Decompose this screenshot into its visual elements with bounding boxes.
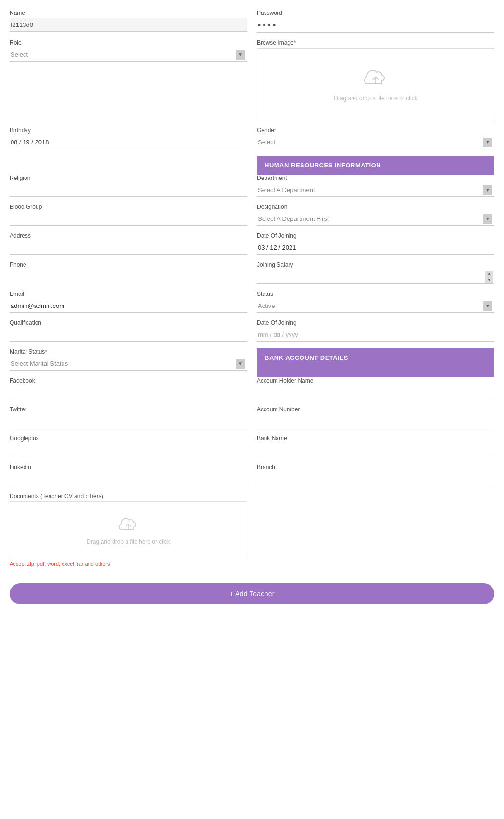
gender-field: Gender Select ▼ <box>257 127 494 149</box>
googleplus-field: Googleplus <box>10 435 247 457</box>
department-label: Department <box>257 175 494 181</box>
status-field: Status Active ▼ <box>257 291 494 313</box>
right-spacer <box>257 493 494 574</box>
branch-input[interactable] <box>257 473 494 486</box>
religion-input[interactable] <box>10 183 247 197</box>
bank-name-label: Bank Name <box>257 435 494 442</box>
role-select-wrapper[interactable]: Select ▼ <box>10 48 247 62</box>
department-select-wrapper[interactable]: Select A Department ▼ <box>257 183 494 197</box>
email-field: Email <box>10 291 247 313</box>
gender-select-wrapper[interactable]: Select ▼ <box>257 136 494 149</box>
account-number-field: Account Number <box>257 406 494 428</box>
status-select-wrapper[interactable]: Active ▼ <box>257 299 494 313</box>
marital-status-field: Marital Status* Select Marital Status ▼ <box>10 348 247 371</box>
joining-salary-label: Joining Salary <box>257 261 494 268</box>
designation-select[interactable]: Select A Department First <box>257 212 494 225</box>
account-holder-input[interactable] <box>257 386 494 399</box>
linkedin-label: Linkedin <box>10 464 247 471</box>
name-label: Name <box>10 10 247 16</box>
account-number-label: Account Number <box>257 406 494 413</box>
password-dots: •••• <box>257 18 494 33</box>
designation-label: Designation <box>257 204 494 210</box>
blood-group-input[interactable] <box>10 212 247 226</box>
address-label: Address <box>10 232 247 239</box>
birthday-field: Birthday <box>10 127 247 149</box>
role-select[interactable]: Select <box>10 48 247 61</box>
marital-status-label: Marital Status* <box>10 348 247 355</box>
salary-spin-down[interactable]: ▼ <box>485 277 493 283</box>
qualification-label: Qualification <box>10 320 247 326</box>
account-holder-label: Account Holder Name <box>257 377 494 384</box>
gender-select[interactable]: Select <box>257 136 494 149</box>
religion-field: Religion <box>10 175 247 197</box>
phone-label: Phone <box>10 261 247 268</box>
address-input[interactable] <box>10 241 247 255</box>
documents-label: Documents (Teacher CV and others) <box>10 493 247 499</box>
joining-salary-input[interactable] <box>257 270 494 283</box>
accept-note: Accept zip, pdf, word, excel, rar and ot… <box>10 561 247 567</box>
role-label: Role <box>10 39 247 46</box>
documents-dropzone[interactable]: Drag and drop a file here or click <box>10 501 247 559</box>
status-label: Status <box>257 291 494 297</box>
hr-section-header: HUMAN RESOURCES INFORMATION <box>257 156 494 175</box>
designation-field: Designation Select A Department First ▼ <box>257 204 494 226</box>
department-field: Department Select A Department ▼ <box>257 175 494 197</box>
date-of-joining2-label: Date Of Joining <box>257 320 494 326</box>
blood-group-label: Blood Group <box>10 204 247 210</box>
religion-label: Religion <box>10 175 247 181</box>
documents-field: Documents (Teacher CV and others) Drag a… <box>10 493 247 567</box>
twitter-input[interactable] <box>10 415 247 428</box>
salary-spin-buttons: ▲ ▼ <box>485 271 493 283</box>
marital-status-select-wrapper[interactable]: Select Marital Status ▼ <box>10 357 247 371</box>
facebook-field: Facebook <box>10 377 247 399</box>
bank-name-input[interactable] <box>257 444 494 457</box>
salary-spin-up[interactable]: ▲ <box>485 271 493 277</box>
documents-text: Drag and drop a file here or click <box>87 538 170 545</box>
upload-icon <box>364 67 387 91</box>
browse-image-label: Browse Image* <box>257 39 494 46</box>
designation-select-wrapper[interactable]: Select A Department First ▼ <box>257 212 494 226</box>
email-input[interactable] <box>10 299 247 313</box>
name-field: Name f2113d0 <box>10 10 247 33</box>
browse-image-dropzone[interactable]: Drag and drop a file here or click <box>257 48 494 120</box>
linkedin-input[interactable] <box>10 473 247 486</box>
password-field: Password •••• <box>257 10 494 33</box>
birthday-input[interactable] <box>10 136 247 149</box>
facebook-label: Facebook <box>10 377 247 384</box>
date-of-joining-input[interactable] <box>257 241 494 255</box>
twitter-label: Twitter <box>10 406 247 413</box>
email-label: Email <box>10 291 247 297</box>
account-number-input[interactable] <box>257 415 494 428</box>
googleplus-input[interactable] <box>10 444 247 457</box>
qualification-field: Qualification <box>10 320 247 342</box>
qualification-input[interactable] <box>10 328 247 342</box>
phone-input[interactable] <box>10 270 247 283</box>
twitter-field: Twitter <box>10 406 247 428</box>
date-of-joining2-field: Date Of Joining <box>257 320 494 342</box>
googleplus-label: Googleplus <box>10 435 247 442</box>
branch-field: Branch <box>257 464 494 486</box>
facebook-input[interactable] <box>10 386 247 399</box>
department-select[interactable]: Select A Department <box>257 183 494 196</box>
date-of-joining-field: Date Of Joining <box>257 232 494 255</box>
blood-group-field: Blood Group <box>10 204 247 226</box>
documents-upload-icon <box>119 516 138 536</box>
birthday-label: Birthday <box>10 127 247 134</box>
browse-image-field: Browse Image* Drag and drop a file here … <box>257 39 494 120</box>
status-select[interactable]: Active <box>257 299 494 312</box>
password-label: Password <box>257 10 494 16</box>
address-field: Address <box>10 232 247 255</box>
date-of-joining2-input[interactable] <box>257 328 494 342</box>
browse-image-text: Drag and drop a file here or click <box>334 95 417 102</box>
joining-salary-field: Joining Salary ▲ ▼ <box>257 261 494 284</box>
branch-label: Branch <box>257 464 494 471</box>
bank-section-header: BANK ACCOUNT DETAILS <box>257 348 494 377</box>
date-of-joining-label: Date Of Joining <box>257 232 494 239</box>
bank-name-field: Bank Name <box>257 435 494 457</box>
add-teacher-button[interactable]: + Add Teacher <box>10 583 494 604</box>
marital-status-select[interactable]: Select Marital Status <box>10 357 247 370</box>
role-field: Role Select ▼ <box>10 39 247 120</box>
linkedin-field: Linkedin <box>10 464 247 486</box>
account-holder-field: Account Holder Name <box>257 377 494 399</box>
gender-label: Gender <box>257 127 494 134</box>
